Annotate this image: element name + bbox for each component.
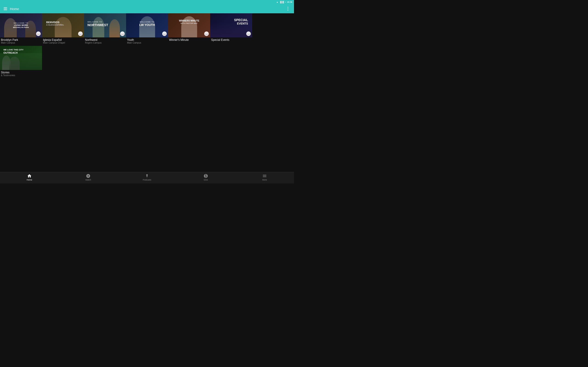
- nav-home[interactable]: Home: [0, 174, 59, 181]
- main-content: WELCOME TO LIVING WORD BROOKLYN PARK 📖 B…: [0, 13, 294, 172]
- channel-card-brooklyn[interactable]: WELCOME TO LIVING WORD BROOKLYN PARK 📖 B…: [0, 13, 42, 46]
- nav-watch[interactable]: Watch: [59, 174, 118, 181]
- watch-label: Watch: [85, 179, 91, 181]
- channel-row-1: WELCOME TO LIVING WORD BROOKLYN PARK 📖 B…: [0, 13, 294, 46]
- more-label: More: [262, 179, 267, 181]
- northwest-info: Northwest Rogers Campus: [84, 37, 126, 46]
- home-icon: [27, 174, 32, 178]
- winners-name: Winner's Minute: [169, 38, 209, 42]
- special-info: Special Events: [210, 37, 252, 46]
- brooklyn-info: Brooklyn Park Main Campus: [0, 37, 42, 46]
- channel-card-youth[interactable]: WELCOME TO LW YOUTH 📖 Youth Main Campus: [126, 13, 168, 46]
- nav-podcasts[interactable]: Podcasts: [118, 174, 176, 181]
- channel-card-iglesia[interactable]: BENVIDOS A IGLESIA ESPAÑOL 📖 Iglesia Esp…: [42, 13, 84, 46]
- winners-info: Winner's Minute: [168, 37, 210, 46]
- iglesia-badge: 📖: [78, 31, 83, 36]
- give-label: Give: [204, 179, 208, 181]
- iglesia-subtitle: Main Campus Chapel: [43, 42, 83, 44]
- nav-more[interactable]: More: [235, 174, 294, 181]
- special-name: Special Events: [211, 38, 251, 42]
- winners-thumb-text: WINNERS MINUTE WITH PASTOR MAC: [170, 19, 208, 25]
- signal-icon: ▐▐▐: [279, 1, 284, 3]
- give-icon: [204, 174, 208, 178]
- winners-badge: 📖: [204, 31, 209, 36]
- northwest-badge: 📖: [120, 31, 125, 36]
- special-subtitle: [211, 42, 251, 44]
- stories-thumbnail: WE LOVE THIS CITY OUTREACH: [0, 46, 42, 70]
- stories-subtitle: & Testimonies: [1, 74, 41, 77]
- watch-icon: [86, 174, 90, 178]
- channel-card-stories[interactable]: WE LOVE THIS CITY OUTREACH Stories & Tes…: [0, 46, 42, 78]
- status-time: 10:26: [287, 1, 292, 3]
- winners-thumbnail: WINNERS MINUTE WITH PASTOR MAC 📖: [168, 13, 210, 37]
- brooklyn-subtitle: Main Campus: [1, 42, 41, 44]
- youth-thumb-text: WELCOME TO LW YOUTH: [128, 21, 166, 27]
- special-thumbnail: SPECIAL EVENTS 📖: [210, 13, 252, 37]
- header-title: Home: [10, 7, 19, 11]
- app-header: Home ⋮: [0, 4, 294, 13]
- iglesia-thumb-text: BENVIDOS A IGLESIA ESPAÑOL: [46, 21, 80, 26]
- brooklyn-thumbnail: WELCOME TO LIVING WORD BROOKLYN PARK 📖: [0, 13, 42, 37]
- podcasts-icon: [145, 174, 149, 178]
- northwest-subtitle: Rogers Campus: [85, 42, 125, 44]
- nav-give[interactable]: Give: [176, 174, 235, 181]
- iglesia-name: Iglesia Español: [43, 38, 83, 42]
- special-badge: 📖: [246, 31, 251, 36]
- youth-name: Youth: [127, 38, 167, 42]
- podcasts-label: Podcasts: [143, 179, 151, 181]
- iglesia-info: Iglesia Español Main Campus Chapel: [42, 37, 84, 46]
- northwest-thumb-text: WELCOME TO NORTHWEST: [87, 21, 123, 27]
- iglesia-thumbnail: BENVIDOS A IGLESIA ESPAÑOL 📖: [42, 13, 84, 37]
- header-left: Home: [4, 7, 19, 11]
- brooklyn-name: Brooklyn Park: [1, 38, 41, 42]
- home-label: Home: [27, 179, 32, 181]
- channel-card-northwest[interactable]: WELCOME TO NORTHWEST 📖 Northwest Rogers …: [84, 13, 126, 46]
- youth-info: Youth Main Campus: [126, 37, 168, 46]
- wifi-icon: ▲: [276, 1, 278, 3]
- channel-card-winners[interactable]: WINNERS MINUTE WITH PASTOR MAC 📖 Winner'…: [168, 13, 210, 46]
- more-icon: [262, 174, 267, 178]
- battery-icon: ▪: [285, 1, 286, 3]
- youth-badge: 📖: [162, 31, 167, 36]
- stories-name: Stories: [1, 71, 41, 74]
- brooklyn-badge: 📖: [36, 31, 41, 36]
- stories-info: Stories & Testimonies: [0, 70, 42, 78]
- channel-card-special[interactable]: SPECIAL EVENTS 📖 Special Events: [210, 13, 252, 46]
- youth-thumbnail: WELCOME TO LW YOUTH 📖: [126, 13, 168, 37]
- more-button[interactable]: ⋮: [286, 6, 290, 11]
- brooklyn-thumb-text: WELCOME TO LIVING WORD BROOKLYN PARK: [13, 22, 29, 29]
- northwest-name: Northwest: [85, 38, 125, 42]
- status-bar: ▲ ▐▐▐ ▪ 10:26: [0, 0, 294, 4]
- hamburger-button[interactable]: [4, 7, 7, 10]
- channel-row-2: WE LOVE THIS CITY OUTREACH Stories & Tes…: [0, 46, 294, 78]
- bottom-nav: Home Watch Podcasts Give: [0, 172, 294, 184]
- northwest-thumbnail: WELCOME TO NORTHWEST 📖: [84, 13, 126, 37]
- youth-subtitle: Main Campus: [127, 42, 167, 44]
- winners-subtitle: [169, 42, 209, 44]
